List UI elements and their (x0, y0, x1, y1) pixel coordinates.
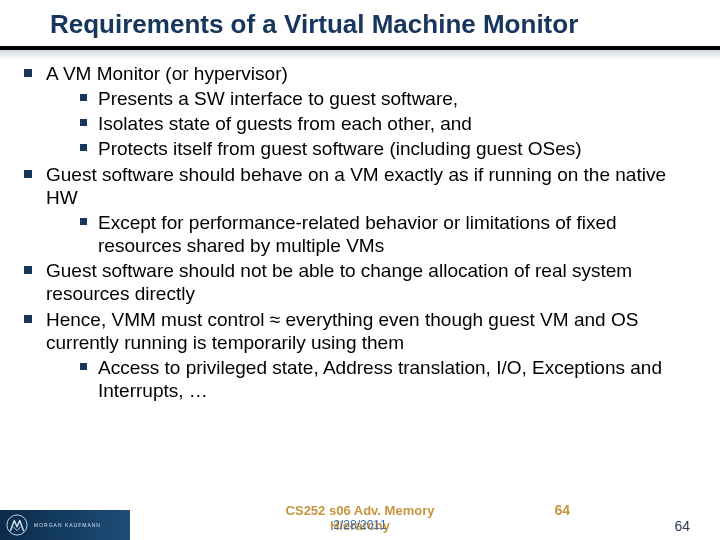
footer-line2: Hierarchy 2/28/2011 (330, 519, 390, 534)
bullet-text: Isolates state of guests from each other… (98, 113, 472, 134)
sub-list: Presents a SW interface to guest softwar… (46, 87, 702, 161)
bullet-text: A VM Monitor (or hypervisor) (46, 63, 288, 84)
bullet-text: Access to privileged state, Address tran… (98, 357, 662, 401)
page-number-dark: 64 (674, 518, 690, 534)
list-item: Hence, VMM must control ≈ everything eve… (18, 308, 702, 403)
list-item: Access to privileged state, Address tran… (46, 356, 702, 402)
bullet-list: A VM Monitor (or hypervisor) Presents a … (18, 62, 702, 402)
list-item: Guest software should not be able to cha… (18, 259, 702, 305)
list-item: Presents a SW interface to guest softwar… (46, 87, 702, 110)
page-number-gold: 64 (554, 502, 570, 518)
slide-title: Requirements of a Virtual Machine Monito… (50, 10, 720, 40)
title-rule (0, 46, 720, 50)
content-area: A VM Monitor (or hypervisor) Presents a … (0, 50, 720, 402)
title-area: Requirements of a Virtual Machine Monito… (0, 0, 720, 40)
footer-center: CS252 s06 Adv. Memory Hierarchy 2/28/201… (286, 504, 435, 534)
sub-list: Access to privileged state, Address tran… (46, 356, 702, 402)
sub-list: Except for performance-related behavior … (46, 211, 702, 257)
logo-mark-icon (6, 514, 28, 536)
bullet-text: Except for performance-related behavior … (98, 212, 617, 256)
bullet-text: Guest software should not be able to cha… (46, 260, 632, 304)
bullet-text: Presents a SW interface to guest softwar… (98, 88, 458, 109)
list-item: A VM Monitor (or hypervisor) Presents a … (18, 62, 702, 161)
list-item: Isolates state of guests from each other… (46, 112, 702, 135)
bullet-text: Protects itself from guest software (inc… (98, 138, 582, 159)
bullet-text: Guest software should behave on a VM exa… (46, 164, 666, 208)
footer: MORGAN KAUFMANN CS252 s06 Adv. Memory Hi… (0, 492, 720, 540)
footer-line1: CS252 s06 Adv. Memory (286, 504, 435, 519)
slide: Requirements of a Virtual Machine Monito… (0, 0, 720, 540)
list-item: Protects itself from guest software (inc… (46, 137, 702, 160)
footer-date: 2/28/2011 (333, 519, 386, 533)
list-item: Except for performance-related behavior … (46, 211, 702, 257)
publisher-logo: MORGAN KAUFMANN (0, 510, 130, 540)
list-item: Guest software should behave on a VM exa… (18, 163, 702, 258)
bullet-text: Hence, VMM must control ≈ everything eve… (46, 309, 638, 353)
logo-text: MORGAN KAUFMANN (34, 523, 101, 528)
